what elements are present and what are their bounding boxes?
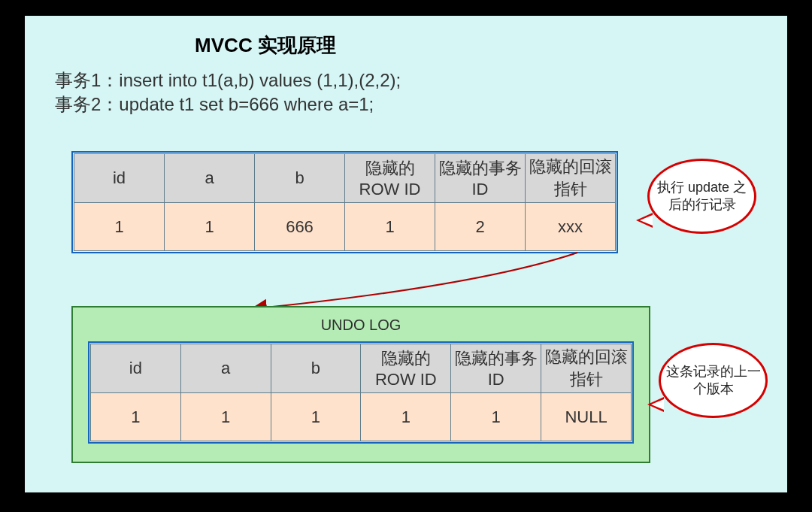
table-row: 1 1 666 1 2 xxx xyxy=(74,203,616,251)
cell-b: 666 xyxy=(255,203,345,251)
undo-log-title: UNDO LOG xyxy=(88,317,634,334)
col-id: id xyxy=(91,344,181,393)
diagram-frame: MVCC 实现原理 事务1：insert into t1(a,b) values… xyxy=(23,14,789,495)
col-b: b xyxy=(255,154,345,203)
callout-previous-version: 这条记录的上一个版本 xyxy=(659,343,768,418)
undo-row-table: id a b 隐藏的ROW ID 隐藏的事务ID 隐藏的回滚指针 1 1 1 1… xyxy=(88,341,634,444)
undo-log-box: UNDO LOG id a b 隐藏的ROW ID 隐藏的事务ID 隐藏的回滚指… xyxy=(71,306,650,463)
cell-rowid: 1 xyxy=(361,393,451,441)
cell-trxid: 1 xyxy=(451,393,541,441)
col-trxid: 隐藏的事务ID xyxy=(451,344,541,393)
col-b: b xyxy=(271,344,361,393)
cell-rowid: 1 xyxy=(345,203,435,251)
callout-tail-icon xyxy=(647,397,664,412)
cell-trxid: 2 xyxy=(435,203,526,251)
cell-id: 1 xyxy=(74,203,165,251)
callout-after-update: 执行 update 之后的行记录 xyxy=(647,159,756,234)
cell-rollptr: xxx xyxy=(526,203,616,251)
table-header-row: id a b 隐藏的ROW ID 隐藏的事务ID 隐藏的回滚指针 xyxy=(91,344,632,393)
cell-b: 1 xyxy=(271,393,361,441)
col-rollptr: 隐藏的回滚指针 xyxy=(526,154,616,203)
statement-1: 事务1：insert into t1(a,b) values (1,1),(2,… xyxy=(55,68,401,92)
cell-a: 1 xyxy=(180,393,271,441)
col-a: a xyxy=(165,154,255,203)
callout-tail-icon xyxy=(636,213,653,228)
diagram-title: MVCC 实现原理 xyxy=(25,32,506,59)
statement-2: 事务2：update t1 set b=666 where a=1; xyxy=(55,92,401,117)
col-rollptr: 隐藏的回滚指针 xyxy=(541,344,632,393)
table-header-row: id a b 隐藏的ROW ID 隐藏的事务ID 隐藏的回滚指针 xyxy=(74,154,616,203)
callout-text: 这条记录的上一个版本 xyxy=(665,363,761,398)
col-rowid: 隐藏的ROW ID xyxy=(361,344,451,393)
cell-id: 1 xyxy=(91,393,181,441)
cell-a: 1 xyxy=(165,203,255,251)
cell-rollptr: NULL xyxy=(541,393,632,441)
col-a: a xyxy=(180,344,271,393)
sql-statements: 事务1：insert into t1(a,b) values (1,1),(2,… xyxy=(55,68,401,117)
col-rowid: 隐藏的ROW ID xyxy=(345,154,435,203)
callout-text: 执行 update 之后的行记录 xyxy=(654,179,750,214)
table-row: 1 1 1 1 1 NULL xyxy=(91,393,632,441)
col-id: id xyxy=(74,154,165,203)
current-row-table: id a b 隐藏的ROW ID 隐藏的事务ID 隐藏的回滚指针 1 1 666… xyxy=(71,151,618,253)
col-trxid: 隐藏的事务ID xyxy=(435,154,526,203)
